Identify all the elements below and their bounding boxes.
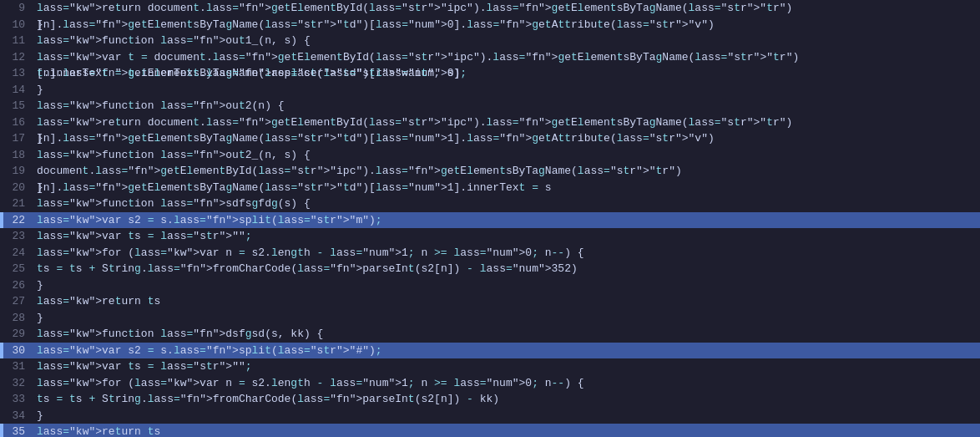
line-code-20: }: [33, 180, 980, 196]
line-code-25: ts = ts + String.lass="fn">fromCharCode(…: [33, 261, 980, 277]
line-number-22: 22: [3, 212, 33, 229]
line-number-9: 9: [3, 0, 33, 17]
line-number-24: 24: [3, 245, 33, 262]
line-code-32: lass="kw">for (lass="kw">var n = s2.leng…: [33, 375, 980, 392]
code-line-29: 29lass="kw">function lass="fn">dsfgsd(s,…: [0, 326, 980, 343]
line-code-17: }: [33, 130, 980, 147]
code-line-26: 26 }: [0, 277, 980, 294]
line-number-33: 33: [3, 391, 33, 408]
line-number-15: 15: [3, 98, 33, 114]
code-line-30: 30 lass="kw">var s2 = s.lass="fn">split(…: [0, 343, 980, 359]
line-number-34: 34: [3, 408, 33, 424]
line-number-10: 10: [3, 17, 33, 33]
code-line-24: 24 lass="kw">for (lass="kw">var n = s2.l…: [0, 245, 980, 262]
line-number-26: 26: [3, 277, 33, 294]
line-code-21: lass="kw">function lass="fn">sdfsgfdg(s)…: [33, 196, 980, 212]
line-number-23: 23: [3, 228, 33, 245]
line-number-14: 14: [3, 82, 33, 99]
code-line-32: 32 lass="kw">for (lass="kw">var n = s2.l…: [0, 375, 980, 392]
line-number-19: 19: [3, 163, 33, 180]
line-code-9: lass="kw">return document.lass="fn">getE…: [33, 0, 980, 17]
code-line-15: 15lass="kw">function lass="fn">out2(n) {: [0, 98, 980, 114]
code-line-22: 22 lass="kw">var s2 = s.lass="fn">split(…: [0, 212, 980, 229]
line-number-18: 18: [3, 147, 33, 164]
line-code-34: }: [33, 408, 980, 424]
line-number-12: 12: [3, 49, 33, 66]
line-code-33: ts = ts + String.lass="fn">fromCharCode(…: [33, 391, 980, 408]
code-line-13: 13 t.innerText = t.innerText.lass="fn">r…: [0, 65, 980, 82]
line-code-15: lass="kw">function lass="fn">out2(n) {: [33, 98, 980, 114]
line-code-31: lass="kw">var ts = lass="str">"";: [33, 358, 980, 375]
line-code-30: lass="kw">var s2 = s.lass="fn">split(las…: [33, 343, 980, 359]
code-line-33: 33 ts = ts + String.lass="fn">fromCharCo…: [0, 391, 980, 408]
line-code-12: lass="kw">var t = document.lass="fn">get…: [33, 49, 980, 66]
code-line-23: 23 lass="kw">var ts = lass="str">"";: [0, 228, 980, 245]
line-code-26: }: [33, 277, 980, 294]
line-code-24: lass="kw">for (lass="kw">var n = s2.leng…: [33, 245, 980, 262]
line-code-11: lass="kw">function lass="fn">out1_(n, s)…: [33, 33, 980, 49]
line-number-17: 17: [3, 130, 33, 147]
code-line-28: 28}: [0, 310, 980, 327]
line-code-19: document.lass="fn">getElementById(lass="…: [33, 163, 980, 180]
code-line-18: 18lass="kw">function lass="fn">out2_(n, …: [0, 147, 980, 164]
line-code-22: lass="kw">var s2 = s.lass="fn">split(las…: [33, 212, 980, 229]
code-lines-container: 9 lass="kw">return document.lass="fn">ge…: [0, 0, 980, 437]
line-code-10: }: [33, 17, 980, 33]
line-number-32: 32: [3, 375, 33, 392]
line-number-16: 16: [3, 114, 33, 131]
code-line-20: 20}: [0, 180, 980, 196]
line-number-11: 11: [3, 33, 33, 49]
code-line-31: 31 lass="kw">var ts = lass="str">"";: [0, 358, 980, 375]
code-line-21: 21lass="kw">function lass="fn">sdfsgfdg(…: [0, 196, 980, 212]
code-line-27: 27 lass="kw">return ts: [0, 293, 980, 310]
line-number-30: 30: [3, 343, 33, 359]
code-line-17: 17}: [0, 130, 980, 147]
code-line-19: 19 document.lass="fn">getElementById(las…: [0, 163, 980, 180]
line-code-27: lass="kw">return ts: [33, 293, 980, 310]
line-code-18: lass="kw">function lass="fn">out2_(n, s)…: [33, 147, 980, 164]
line-code-23: lass="kw">var ts = lass="str">"";: [33, 228, 980, 245]
code-line-14: 14}: [0, 82, 980, 99]
code-line-10: 10}: [0, 17, 980, 33]
code-editor: 9 lass="kw">return document.lass="fn">ge…: [0, 0, 980, 437]
line-code-28: }: [33, 310, 980, 327]
line-code-13: t.innerText = t.innerText.lass="fn">repl…: [33, 65, 980, 82]
line-number-29: 29: [3, 326, 33, 343]
line-number-27: 27: [3, 293, 33, 310]
line-code-29: lass="kw">function lass="fn">dsfgsd(s, k…: [33, 326, 980, 343]
line-number-31: 31: [3, 358, 33, 375]
code-line-12: 12 lass="kw">var t = document.lass="fn">…: [0, 49, 980, 66]
code-line-9: 9 lass="kw">return document.lass="fn">ge…: [0, 0, 980, 17]
line-number-35: 35: [3, 424, 33, 437]
code-line-16: 16 lass="kw">return document.lass="fn">g…: [0, 114, 980, 131]
line-number-25: 25: [3, 261, 33, 277]
line-number-13: 13: [3, 65, 33, 82]
line-number-21: 21: [3, 196, 33, 212]
line-number-28: 28: [3, 310, 33, 327]
code-line-11: 11lass="kw">function lass="fn">out1_(n, …: [0, 33, 980, 49]
line-code-14: }: [33, 82, 980, 99]
line-code-16: lass="kw">return document.lass="fn">getE…: [33, 114, 980, 131]
code-line-35: 35 lass="kw">return ts: [0, 424, 980, 437]
code-line-25: 25 ts = ts + String.lass="fn">fromCharCo…: [0, 261, 980, 277]
line-number-20: 20: [3, 180, 33, 196]
line-code-35: lass="kw">return ts: [33, 424, 980, 437]
code-line-34: 34 }: [0, 408, 980, 424]
